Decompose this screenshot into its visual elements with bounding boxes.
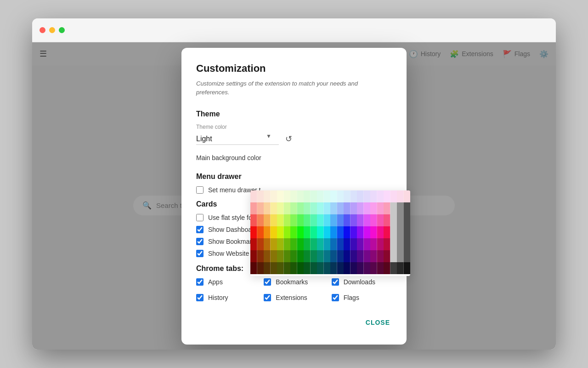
- theme-section: Theme Theme color Light Dark System ▼ ↺: [196, 110, 392, 161]
- customization-modal: Customization Customize settings of the …: [181, 48, 407, 345]
- close-button[interactable]: CLOSE: [364, 315, 392, 330]
- menu-drawer-checkbox[interactable]: [196, 186, 204, 194]
- chrome-tab-row: Downloads: [332, 278, 392, 286]
- maximize-button-traffic[interactable]: [59, 27, 65, 33]
- chrome-tab-label-apps: Apps: [208, 278, 223, 286]
- chrome-tab-row: Apps: [196, 278, 256, 286]
- menu-drawer-title: Menu drawer: [196, 172, 392, 181]
- chrome-tab-checkbox-extensions[interactable]: [264, 294, 271, 301]
- title-bar: [32, 18, 556, 42]
- card-checkbox-1[interactable]: [196, 226, 204, 233]
- chrome-tab-label-extensions: Extensions: [276, 294, 307, 301]
- bg-color-label: Main background color: [196, 154, 261, 161]
- browser-content: ☰ 🕐 History 🧩 Extensions 🚩 Flags ⚙️: [32, 42, 556, 350]
- browser-window: ☰ 🕐 History 🧩 Extensions 🚩 Flags ⚙️: [32, 18, 556, 350]
- color-palette-popup[interactable]: [250, 190, 410, 276]
- theme-color-select[interactable]: Light Dark System: [196, 133, 279, 145]
- chrome-tab-checkbox-downloads[interactable]: [332, 278, 339, 286]
- chrome-tabs-grid: AppsBookmarksDownloadsHistoryExtensionsF…: [196, 278, 392, 306]
- chrome-tab-checkbox-history[interactable]: [196, 294, 204, 301]
- chrome-tab-row: History: [196, 294, 256, 301]
- color-palette-canvas[interactable]: [250, 190, 410, 274]
- card-checkbox-3[interactable]: [196, 250, 204, 257]
- card-checkbox-0[interactable]: [196, 214, 204, 221]
- chrome-tab-checkbox-bookmarks[interactable]: [264, 278, 271, 286]
- chrome-tab-checkbox-flags[interactable]: [332, 294, 339, 301]
- chrome-tab-row: Flags: [332, 294, 392, 301]
- modal-subtitle: Customize settings of the extension to m…: [196, 79, 392, 97]
- chrome-tab-checkbox-apps[interactable]: [196, 278, 204, 286]
- reset-theme-icon[interactable]: ↺: [285, 134, 292, 144]
- modal-footer: CLOSE: [196, 315, 392, 330]
- card-checkbox-2[interactable]: [196, 238, 204, 245]
- modal-title: Customization: [196, 63, 392, 75]
- chrome-tab-row: Extensions: [264, 294, 324, 301]
- theme-select-container: Light Dark System ▼: [196, 133, 279, 145]
- modal-overlay: Customization Customize settings of the …: [32, 42, 556, 350]
- theme-section-title: Theme: [196, 110, 392, 118]
- close-button-traffic[interactable]: [40, 27, 45, 33]
- bg-color-row: Main background color: [196, 154, 392, 161]
- chrome-tab-label-bookmarks: Bookmarks: [276, 278, 308, 286]
- chrome-tab-label-history: History: [208, 294, 228, 301]
- traffic-lights: [40, 27, 65, 33]
- minimize-button-traffic[interactable]: [49, 27, 55, 33]
- theme-color-label: Theme color: [196, 124, 392, 130]
- chrome-tab-label-downloads: Downloads: [344, 278, 375, 286]
- chrome-tab-row: Bookmarks: [264, 278, 324, 286]
- chrome-tab-label-flags: Flags: [344, 294, 359, 301]
- theme-select-row: Light Dark System ▼ ↺: [196, 133, 392, 145]
